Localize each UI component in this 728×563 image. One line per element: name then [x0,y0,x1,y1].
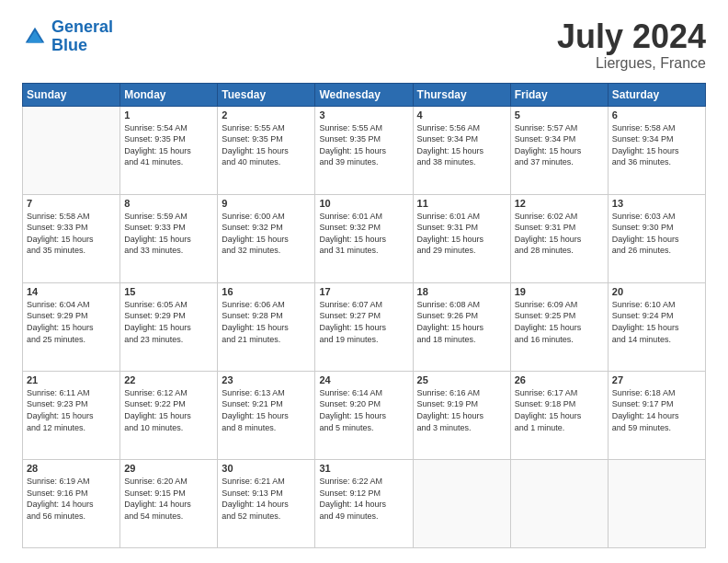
day-info: Sunrise: 6:14 AM Sunset: 9:20 PM Dayligh… [319,387,408,433]
day-cell: 31Sunrise: 6:22 AM Sunset: 9:12 PM Dayli… [315,459,413,547]
day-cell: 23Sunrise: 6:13 AM Sunset: 9:21 PM Dayli… [218,371,315,459]
day-number: 12 [515,198,604,209]
week-row-4: 21Sunrise: 6:11 AM Sunset: 9:23 PM Dayli… [23,371,706,459]
logo-blue: Blue [51,37,113,55]
col-header-tuesday: Tuesday [218,83,315,106]
logo-general: General [51,17,113,36]
week-row-5: 28Sunrise: 6:19 AM Sunset: 9:16 PM Dayli… [23,459,706,547]
col-header-friday: Friday [510,83,608,106]
day-number: 1 [124,109,213,121]
day-number: 30 [222,463,311,474]
day-info: Sunrise: 6:17 AM Sunset: 9:18 PM Dayligh… [515,387,604,433]
day-number: 31 [319,463,408,474]
week-row-3: 14Sunrise: 6:04 AM Sunset: 9:29 PM Dayli… [23,282,706,371]
day-cell: 18Sunrise: 6:08 AM Sunset: 9:26 PM Dayli… [413,282,510,371]
day-info: Sunrise: 6:12 AM Sunset: 9:22 PM Dayligh… [124,387,213,433]
day-cell: 7Sunrise: 5:58 AM Sunset: 9:33 PM Daylig… [23,194,120,282]
day-number: 17 [319,286,408,297]
logo-text: General Blue [51,18,113,55]
col-header-saturday: Saturday [608,83,705,106]
page: General Blue July 2024 Liergues, France … [0,0,728,563]
day-number: 28 [27,463,116,474]
day-cell: 14Sunrise: 6:04 AM Sunset: 9:29 PM Dayli… [23,282,120,371]
day-number: 25 [417,374,506,385]
day-number: 16 [222,286,311,297]
day-info: Sunrise: 6:10 AM Sunset: 9:24 PM Dayligh… [612,299,701,345]
day-info: Sunrise: 6:19 AM Sunset: 9:16 PM Dayligh… [27,476,116,522]
day-info: Sunrise: 5:56 AM Sunset: 9:34 PM Dayligh… [417,122,506,168]
day-info: Sunrise: 5:55 AM Sunset: 9:35 PM Dayligh… [222,122,311,168]
day-number: 3 [319,109,408,121]
day-cell: 6Sunrise: 5:58 AM Sunset: 9:34 PM Daylig… [608,106,705,194]
day-info: Sunrise: 5:54 AM Sunset: 9:35 PM Dayligh… [124,122,213,168]
day-cell: 26Sunrise: 6:17 AM Sunset: 9:18 PM Dayli… [510,371,608,459]
day-cell: 13Sunrise: 6:03 AM Sunset: 9:30 PM Dayli… [608,194,705,282]
week-row-2: 7Sunrise: 5:58 AM Sunset: 9:33 PM Daylig… [23,194,706,282]
day-cell: 12Sunrise: 6:02 AM Sunset: 9:31 PM Dayli… [510,194,608,282]
day-cell: 29Sunrise: 6:20 AM Sunset: 9:15 PM Dayli… [120,459,218,547]
day-info: Sunrise: 6:16 AM Sunset: 9:19 PM Dayligh… [417,387,506,433]
day-number: 23 [222,374,311,385]
col-header-monday: Monday [120,83,218,106]
day-cell: 16Sunrise: 6:06 AM Sunset: 9:28 PM Dayli… [218,282,315,371]
day-cell: 30Sunrise: 6:21 AM Sunset: 9:13 PM Dayli… [218,459,315,547]
day-number: 19 [515,286,604,297]
day-info: Sunrise: 6:22 AM Sunset: 9:12 PM Dayligh… [319,476,408,522]
day-cell [23,106,120,194]
day-info: Sunrise: 5:59 AM Sunset: 9:33 PM Dayligh… [124,211,213,257]
day-number: 29 [124,463,213,474]
day-number: 15 [124,286,213,297]
calendar-header-row: SundayMondayTuesdayWednesdayThursdayFrid… [23,83,706,106]
day-number: 24 [319,374,408,385]
day-number: 2 [222,109,311,121]
day-info: Sunrise: 6:00 AM Sunset: 9:32 PM Dayligh… [222,211,311,257]
day-cell: 27Sunrise: 6:18 AM Sunset: 9:17 PM Dayli… [608,371,705,459]
day-cell: 17Sunrise: 6:07 AM Sunset: 9:27 PM Dayli… [315,282,413,371]
day-info: Sunrise: 6:07 AM Sunset: 9:27 PM Dayligh… [319,299,408,345]
day-info: Sunrise: 6:13 AM Sunset: 9:21 PM Dayligh… [222,387,311,433]
day-number: 21 [27,374,116,385]
day-info: Sunrise: 6:03 AM Sunset: 9:30 PM Dayligh… [612,211,701,257]
day-number: 11 [417,198,506,209]
day-cell: 15Sunrise: 6:05 AM Sunset: 9:29 PM Dayli… [120,282,218,371]
day-cell [413,459,510,547]
col-header-wednesday: Wednesday [315,83,413,106]
day-info: Sunrise: 6:06 AM Sunset: 9:28 PM Dayligh… [222,299,311,345]
week-row-1: 1Sunrise: 5:54 AM Sunset: 9:35 PM Daylig… [23,106,706,194]
day-info: Sunrise: 5:55 AM Sunset: 9:35 PM Dayligh… [319,122,408,168]
day-cell: 9Sunrise: 6:00 AM Sunset: 9:32 PM Daylig… [218,194,315,282]
day-number: 8 [124,198,213,209]
day-info: Sunrise: 6:08 AM Sunset: 9:26 PM Dayligh… [417,299,506,345]
day-cell: 24Sunrise: 6:14 AM Sunset: 9:20 PM Dayli… [315,371,413,459]
day-number: 10 [319,198,408,209]
day-number: 9 [222,198,311,209]
header: General Blue July 2024 Liergues, France [22,18,706,72]
day-cell: 5Sunrise: 5:57 AM Sunset: 9:34 PM Daylig… [510,106,608,194]
day-cell: 1Sunrise: 5:54 AM Sunset: 9:35 PM Daylig… [120,106,218,194]
day-info: Sunrise: 6:02 AM Sunset: 9:31 PM Dayligh… [515,211,604,257]
day-cell: 10Sunrise: 6:01 AM Sunset: 9:32 PM Dayli… [315,194,413,282]
day-info: Sunrise: 5:58 AM Sunset: 9:33 PM Dayligh… [27,211,116,257]
sub-title: Liergues, France [557,55,706,72]
logo: General Blue [22,18,113,55]
day-number: 6 [612,109,701,121]
day-cell [608,459,705,547]
day-cell: 4Sunrise: 5:56 AM Sunset: 9:34 PM Daylig… [413,106,510,194]
day-number: 4 [417,109,506,121]
day-info: Sunrise: 6:05 AM Sunset: 9:29 PM Dayligh… [124,299,213,345]
day-number: 5 [515,109,604,121]
day-cell: 28Sunrise: 6:19 AM Sunset: 9:16 PM Dayli… [23,459,120,547]
day-number: 7 [27,198,116,209]
day-number: 14 [27,286,116,297]
day-number: 27 [612,374,701,385]
day-cell: 8Sunrise: 5:59 AM Sunset: 9:33 PM Daylig… [120,194,218,282]
day-number: 26 [515,374,604,385]
col-header-sunday: Sunday [23,83,120,106]
day-info: Sunrise: 6:18 AM Sunset: 9:17 PM Dayligh… [612,387,701,433]
day-cell: 11Sunrise: 6:01 AM Sunset: 9:31 PM Dayli… [413,194,510,282]
main-title: July 2024 [557,18,706,55]
day-info: Sunrise: 6:04 AM Sunset: 9:29 PM Dayligh… [27,299,116,345]
day-cell: 2Sunrise: 5:55 AM Sunset: 9:35 PM Daylig… [218,106,315,194]
day-cell: 19Sunrise: 6:09 AM Sunset: 9:25 PM Dayli… [510,282,608,371]
day-info: Sunrise: 5:58 AM Sunset: 9:34 PM Dayligh… [612,122,701,168]
